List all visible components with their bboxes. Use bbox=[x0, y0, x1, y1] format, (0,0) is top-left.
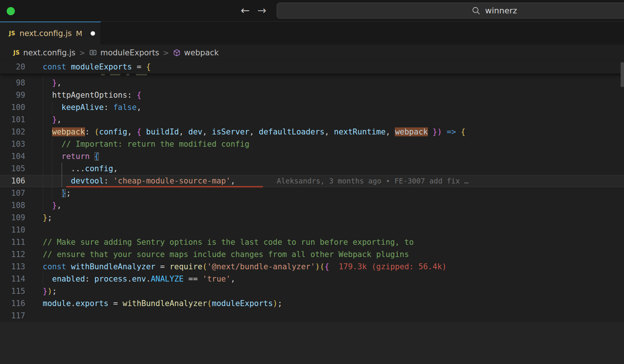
code-token: 'true' bbox=[202, 274, 231, 283]
code-token bbox=[428, 127, 433, 136]
code-row[interactable]: 108 }, bbox=[0, 199, 624, 212]
code-token: ; bbox=[277, 299, 282, 308]
unsaved-dot-icon[interactable] bbox=[91, 31, 95, 36]
sticky-code-text: const moduleExports = { bbox=[43, 61, 151, 74]
code-row[interactable]: 113const withBundleAnalyzer = require('@… bbox=[0, 261, 624, 273]
code-token: nextRuntime bbox=[334, 127, 386, 136]
line-number[interactable]: 104 bbox=[0, 150, 25, 163]
code-token: ) bbox=[437, 127, 442, 136]
line-number[interactable]: 111 bbox=[0, 236, 25, 248]
code-token: exports bbox=[76, 299, 109, 308]
code-row[interactable]: 116module.exports = withBundleAnalyzer(m… bbox=[0, 298, 624, 310]
breadcrumb-item-file[interactable]: next.config.js bbox=[23, 48, 75, 57]
code-row[interactable]: 107 }; bbox=[0, 187, 624, 199]
code-token: } bbox=[43, 287, 48, 296]
javascript-file-icon: JS bbox=[9, 30, 15, 37]
code-row[interactable]: 115}); bbox=[0, 285, 624, 298]
vertical-scrollbar-thumb[interactable] bbox=[621, 62, 624, 87]
code-token bbox=[142, 62, 146, 71]
line-number[interactable]: 113 bbox=[0, 261, 25, 273]
code-row[interactable]: 103 // Important: return the modified co… bbox=[0, 138, 624, 150]
code-token: 'cheap-module-source-map' bbox=[113, 176, 231, 185]
code-row[interactable]: 109}; bbox=[0, 212, 624, 224]
code-row[interactable]: 99 httpAgentOptions: { bbox=[0, 89, 624, 101]
code-token: , bbox=[137, 103, 142, 112]
breadcrumb-item-symbol[interactable]: moduleExports bbox=[100, 48, 159, 57]
code-row[interactable]: 101 }, bbox=[0, 114, 624, 126]
line-number[interactable]: 101 bbox=[0, 114, 25, 126]
code-row[interactable]: 98 }, bbox=[0, 77, 624, 89]
code-token: , bbox=[202, 127, 212, 136]
editor-empty-area bbox=[0, 322, 624, 364]
code-token: '@next/bundle-analyzer' bbox=[207, 262, 315, 271]
sticky-scroll-line[interactable]: 20 const moduleExports = { bbox=[0, 61, 624, 74]
code-text: // ensure that your source maps include … bbox=[43, 248, 409, 261]
git-modified-badge: M bbox=[76, 29, 82, 38]
traffic-light-green-button[interactable] bbox=[7, 7, 15, 15]
code-token: , bbox=[231, 176, 235, 185]
code-token: ; bbox=[52, 287, 57, 296]
line-number[interactable]: 116 bbox=[0, 298, 25, 310]
code-token: , bbox=[386, 127, 395, 136]
editor-code-area[interactable]: 98 },99 httpAgentOptions: {100 keepAlive… bbox=[0, 77, 624, 322]
line-number[interactable]: 117 bbox=[0, 310, 25, 322]
code-token: const bbox=[43, 62, 66, 71]
code-row[interactable]: 110 bbox=[0, 224, 624, 236]
code-token: ( bbox=[207, 299, 212, 308]
code-token: moduleExports bbox=[71, 62, 132, 71]
symbol-constant-icon bbox=[89, 49, 97, 57]
code-row[interactable]: 102 webpack: (config, { buildId, dev, is… bbox=[0, 126, 624, 138]
code-token: . bbox=[71, 299, 76, 308]
code-row[interactable]: 100 keepAlive: false, bbox=[0, 101, 624, 114]
code-token: } bbox=[433, 127, 438, 136]
line-number[interactable]: 112 bbox=[0, 248, 25, 261]
code-text: enabled: process.env.ANALYZE == 'true', bbox=[43, 273, 235, 285]
line-number[interactable]: 108 bbox=[0, 199, 25, 212]
code-token bbox=[66, 62, 71, 71]
code-token bbox=[66, 262, 71, 271]
code-row[interactable]: 104 return { bbox=[0, 150, 624, 163]
code-token: httpAgentOptions: bbox=[43, 91, 137, 100]
code-token: , bbox=[231, 274, 235, 283]
line-number[interactable]: 114 bbox=[0, 273, 25, 285]
code-token bbox=[155, 262, 160, 271]
line-number[interactable]: 107 bbox=[0, 187, 25, 199]
code-row[interactable]: 106 devtool: 'cheap-module-source-map',A… bbox=[0, 175, 624, 187]
tab-next-config-js[interactable]: JS next.config.js M bbox=[0, 22, 101, 45]
code-row[interactable]: 117 bbox=[0, 310, 624, 322]
code-token: , bbox=[325, 127, 334, 136]
code-token: process bbox=[94, 274, 127, 283]
chevron-separator-icon: > bbox=[163, 49, 169, 57]
code-token: . bbox=[127, 274, 132, 283]
line-number[interactable]: 115 bbox=[0, 285, 25, 298]
code-token bbox=[329, 262, 338, 271]
code-row[interactable]: 112// ensure that your source maps inclu… bbox=[0, 248, 624, 261]
code-token: , bbox=[179, 127, 188, 136]
code-token: } bbox=[43, 213, 48, 222]
line-number[interactable]: 102 bbox=[0, 126, 25, 138]
code-token: , bbox=[113, 164, 118, 173]
code-row[interactable]: 114 enabled: process.env.ANALYZE == 'tru… bbox=[0, 273, 624, 285]
code-token bbox=[118, 299, 123, 308]
line-number[interactable]: 109 bbox=[0, 212, 25, 224]
forward-arrow-icon[interactable]: → bbox=[255, 4, 269, 17]
code-row[interactable]: 111// Make sure adding Sentry options is… bbox=[0, 236, 624, 248]
back-arrow-icon[interactable]: ← bbox=[238, 4, 252, 17]
code-token bbox=[43, 189, 62, 198]
code-token bbox=[90, 152, 94, 161]
breadcrumb-item-symbol[interactable]: webpack bbox=[184, 48, 219, 57]
line-number[interactable]: 103 bbox=[0, 138, 25, 150]
code-token bbox=[165, 262, 170, 271]
line-number[interactable]: 106 bbox=[0, 175, 25, 187]
line-number[interactable]: 105 bbox=[0, 163, 25, 175]
code-token: ( bbox=[320, 262, 325, 271]
code-token bbox=[43, 176, 71, 185]
code-token: isServer bbox=[212, 127, 249, 136]
code-row[interactable]: 105 ...config, bbox=[0, 163, 624, 175]
command-center-search[interactable]: winnerz bbox=[277, 3, 624, 19]
code-token: ( bbox=[202, 262, 207, 271]
search-query-text: winnerz bbox=[485, 6, 517, 15]
line-number[interactable]: 110 bbox=[0, 224, 25, 236]
code-token: ) bbox=[315, 262, 320, 271]
code-text: // Make sure adding Sentry options is th… bbox=[43, 236, 414, 248]
